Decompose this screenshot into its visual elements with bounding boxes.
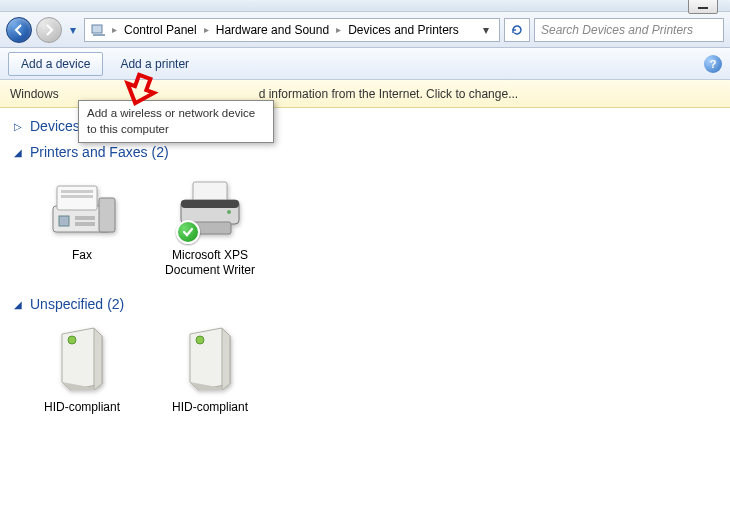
add-device-button[interactable]: Add a device (8, 52, 103, 76)
breadcrumb-chevron-icon[interactable]: ▸ (109, 24, 120, 35)
item-fax-label: Fax (72, 248, 92, 263)
refresh-button[interactable] (504, 18, 530, 42)
svg-rect-4 (61, 190, 93, 193)
expand-chevron-icon[interactable]: ▷ (14, 121, 26, 132)
search-placeholder: Search Devices and Printers (541, 23, 693, 37)
collapse-chevron-icon[interactable]: ◢ (14, 147, 26, 158)
item-hid1-label: HID-compliant (44, 400, 120, 415)
svg-rect-5 (61, 195, 93, 198)
devices-folder-icon (89, 21, 107, 39)
help-icon[interactable]: ? (704, 55, 722, 73)
item-xps-writer[interactable]: Microsoft XPS Document Writer (160, 172, 260, 278)
search-input[interactable]: Search Devices and Printers (534, 18, 724, 42)
group-unspecified-label: Unspecified (30, 296, 103, 312)
svg-rect-1 (93, 34, 105, 36)
item-fax[interactable]: Fax (32, 172, 132, 278)
printers-items: Fax Microsoft XPS Document Writer (14, 164, 716, 290)
window-titlebar (0, 0, 730, 12)
svg-rect-8 (75, 216, 95, 220)
content-area: ▷ Devices (5) ◢ Printers and Faxes (2) (0, 108, 730, 511)
device-icon (168, 324, 252, 398)
svg-rect-10 (193, 182, 227, 202)
svg-rect-12 (181, 200, 239, 208)
address-breadcrumb[interactable]: ▸ Control Panel ▸ Hardware and Sound ▸ D… (84, 18, 500, 42)
infobar-text-prefix: Windows (10, 87, 59, 101)
item-xps-label: Microsoft XPS Document Writer (160, 248, 260, 278)
minimize-button[interactable] (688, 0, 718, 14)
add-printer-button[interactable]: Add a printer (107, 52, 202, 76)
svg-rect-7 (59, 216, 69, 226)
forward-button[interactable] (36, 17, 62, 43)
device-icon (40, 324, 124, 398)
group-devices-label: Devices (30, 118, 80, 134)
item-hid-1[interactable]: HID-compliant (32, 324, 132, 415)
breadcrumb-hardware-sound[interactable]: Hardware and Sound (214, 23, 331, 37)
navigation-bar: ▾ ▸ Control Panel ▸ Hardware and Sound ▸… (0, 12, 730, 48)
group-unspecified-count: (2) (107, 296, 124, 312)
svg-point-15 (68, 336, 76, 344)
breadcrumb-dropdown-icon[interactable]: ▾ (477, 23, 495, 37)
collapse-chevron-icon[interactable]: ◢ (14, 299, 26, 310)
item-hid-2[interactable]: HID-compliant (160, 324, 260, 415)
svg-point-16 (196, 336, 204, 344)
default-check-icon (176, 220, 200, 244)
breadcrumb-control-panel[interactable]: Control Panel (122, 23, 199, 37)
breadcrumb-chevron-icon[interactable]: ▸ (201, 24, 212, 35)
breadcrumb-devices-printers[interactable]: Devices and Printers (346, 23, 461, 37)
svg-rect-6 (99, 198, 115, 232)
group-unspecified-header[interactable]: ◢ Unspecified (2) (14, 290, 716, 316)
svg-rect-9 (75, 222, 95, 226)
fax-icon (40, 172, 124, 246)
infobar-text-suffix: d information from the Internet. Click t… (259, 87, 518, 101)
command-toolbar: Add a device Add a printer ? (0, 48, 730, 80)
unspecified-items: HID-compliant HID-compliant (14, 316, 716, 427)
item-hid2-label: HID-compliant (172, 400, 248, 415)
svg-rect-0 (92, 25, 102, 33)
printer-icon (168, 172, 252, 246)
group-printers-label: Printers and Faxes (30, 144, 148, 160)
back-button[interactable] (6, 17, 32, 43)
svg-point-14 (227, 210, 231, 214)
nav-history-dropdown[interactable]: ▾ (66, 18, 80, 42)
add-device-tooltip: Add a wireless or network device to this… (78, 100, 274, 143)
group-printers-count: (2) (152, 144, 169, 160)
breadcrumb-chevron-icon[interactable]: ▸ (333, 24, 344, 35)
